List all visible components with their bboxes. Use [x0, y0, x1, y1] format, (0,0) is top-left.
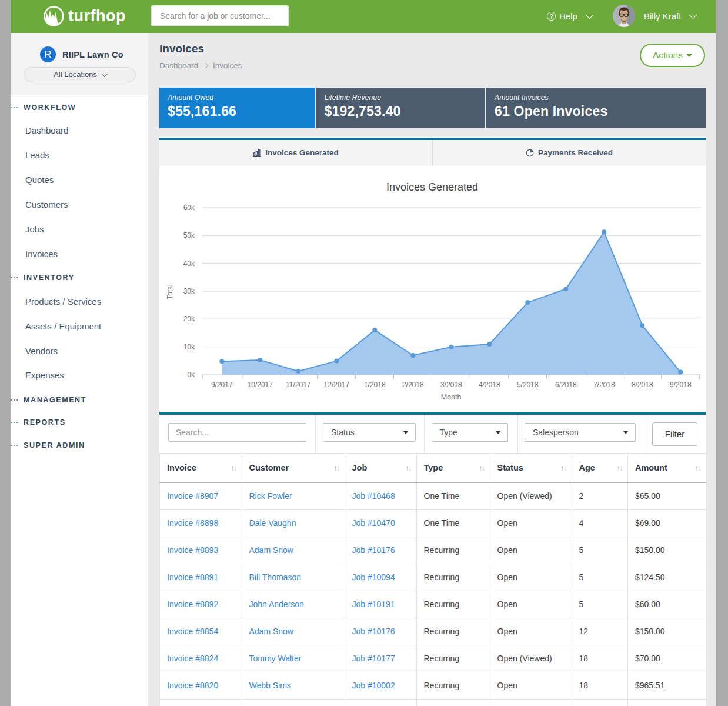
svg-text:50k: 50k — [183, 231, 195, 239]
svg-text:40k: 40k — [183, 259, 195, 267]
svg-text:1/2018: 1/2018 — [364, 380, 386, 388]
svg-text:11/2017: 11/2017 — [286, 380, 311, 388]
svg-text:Invoices Generated: Invoices Generated — [386, 181, 478, 193]
svg-text:5/2018: 5/2018 — [517, 380, 539, 388]
svg-text:9/2018: 9/2018 — [670, 380, 692, 388]
svg-text:Total: Total — [166, 284, 174, 299]
svg-text:7/2018: 7/2018 — [593, 380, 615, 388]
svg-text:2/2018: 2/2018 — [402, 380, 424, 388]
svg-text:3/2018: 3/2018 — [440, 380, 462, 388]
svg-text:0k: 0k — [187, 371, 195, 379]
svg-text:9/2017: 9/2017 — [211, 380, 233, 388]
svg-text:60k: 60k — [183, 204, 195, 212]
svg-text:6/2018: 6/2018 — [555, 380, 577, 388]
svg-text:12/2017: 12/2017 — [324, 380, 350, 388]
svg-text:20k: 20k — [183, 315, 195, 323]
svg-text:10k: 10k — [183, 342, 195, 351]
svg-text:8/2018: 8/2018 — [632, 380, 653, 388]
svg-text:30k: 30k — [183, 287, 195, 295]
svg-text:10/2017: 10/2017 — [248, 380, 273, 388]
svg-text:Month: Month — [441, 392, 462, 401]
svg-text:4/2018: 4/2018 — [479, 380, 500, 388]
